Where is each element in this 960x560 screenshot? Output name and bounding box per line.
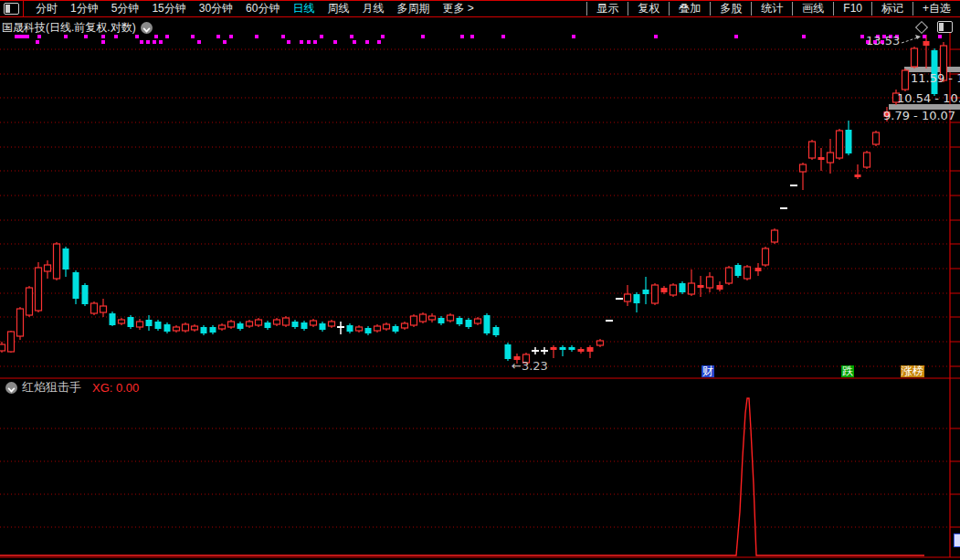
candle-down xyxy=(365,328,372,333)
candle-up xyxy=(698,285,704,288)
signal-dot xyxy=(37,35,41,38)
signal-dot xyxy=(64,35,68,38)
signal-dot xyxy=(470,35,474,38)
candle-up xyxy=(411,316,417,325)
candle-up xyxy=(670,285,677,295)
candle-up xyxy=(384,324,390,329)
signal-dot xyxy=(140,40,143,44)
signal-dot xyxy=(135,35,139,38)
signal-dot xyxy=(165,35,169,38)
high-price-label: 13.53 xyxy=(866,34,900,48)
signal-dot xyxy=(18,35,22,38)
candle-doji xyxy=(541,350,548,352)
signal-dot xyxy=(938,35,942,38)
candle-down xyxy=(164,324,171,332)
signal-dot xyxy=(191,35,195,38)
candle-down xyxy=(735,265,742,276)
trading-app-window: 分时1分钟5分钟15分钟30分钟60分钟日线周线月线多周期更多 > 显示复权叠加… xyxy=(0,0,960,560)
candle-up xyxy=(800,164,807,172)
candle-up xyxy=(137,322,143,327)
fall-badge[interactable]: 跌 xyxy=(841,365,854,377)
signal-dot xyxy=(377,40,381,44)
candle-down xyxy=(210,327,216,333)
signal-dot xyxy=(229,35,233,38)
candle-up xyxy=(755,268,762,271)
candle-up xyxy=(219,325,226,329)
signal-dot xyxy=(654,35,658,38)
candle-up xyxy=(91,303,98,313)
candle-up xyxy=(448,315,454,321)
candle-up xyxy=(707,277,713,288)
kline-chart-canvas[interactable] xyxy=(0,0,960,560)
candle-up xyxy=(923,41,930,46)
signal-dot xyxy=(15,35,18,38)
candle-up xyxy=(828,153,834,163)
candle-up xyxy=(855,174,861,177)
candle-up xyxy=(873,132,880,144)
signal-dot xyxy=(333,40,337,44)
candle-down xyxy=(347,325,353,332)
candle-down xyxy=(680,283,686,292)
candle-up xyxy=(119,320,125,323)
signal-dot xyxy=(350,35,353,38)
candle-down xyxy=(146,320,153,326)
candle-down xyxy=(73,272,79,299)
candle-up xyxy=(26,288,33,315)
candle-down xyxy=(643,290,649,294)
candle-up xyxy=(578,349,585,352)
candle-doji xyxy=(337,326,344,328)
candle-down xyxy=(493,327,500,335)
candle-up xyxy=(100,306,107,312)
high-arrow xyxy=(902,37,918,43)
candle-up xyxy=(402,323,408,328)
candle-down xyxy=(201,327,207,333)
gap-range-label: 9.79 - 10.07 xyxy=(883,109,955,122)
signal-dot xyxy=(154,35,158,38)
candle-up xyxy=(183,324,189,331)
candle-doji xyxy=(780,207,787,209)
indicator-spike xyxy=(0,398,924,555)
signal-dot xyxy=(313,40,317,44)
signal-dot xyxy=(572,35,575,38)
candle-up xyxy=(809,142,816,158)
candle-down xyxy=(237,323,244,329)
signal-dot xyxy=(923,35,926,38)
signal-dot xyxy=(146,40,150,44)
candle-up xyxy=(717,285,723,290)
signal-dot xyxy=(84,35,88,38)
signal-dot xyxy=(223,40,227,44)
candle-up xyxy=(228,322,235,327)
candle-up xyxy=(0,344,5,351)
finance-badge[interactable]: 财 xyxy=(702,365,714,377)
candle-down xyxy=(155,322,162,329)
candle-down xyxy=(393,326,399,332)
high-arrow-head xyxy=(915,35,921,39)
signal-dot xyxy=(381,35,385,38)
indicator-name[interactable]: 红焰狙击手 xyxy=(22,379,81,396)
candle-up xyxy=(818,157,825,160)
candle-up xyxy=(652,285,659,303)
signal-dot xyxy=(300,40,303,44)
candle-doji xyxy=(532,350,539,352)
candle-up xyxy=(174,327,180,331)
gap-range-label: 11.59 - 11.8 xyxy=(911,71,960,85)
candle-down xyxy=(457,318,463,324)
signal-dot xyxy=(26,35,29,38)
signal-dot xyxy=(101,40,105,44)
indicator-header: 红焰狙击手 XG: 0.00 xyxy=(1,379,139,396)
signal-dot xyxy=(159,40,163,44)
signal-dot xyxy=(320,35,323,38)
candle-up xyxy=(247,322,253,326)
candle-down xyxy=(560,347,566,350)
signal-dot xyxy=(287,40,290,44)
candle-down xyxy=(569,347,575,350)
rise-rank-badge[interactable]: 涨榜 xyxy=(901,365,924,377)
candle-doji xyxy=(790,185,797,186)
candle-up xyxy=(902,70,909,90)
signal-dot xyxy=(365,40,369,44)
candle-down xyxy=(505,344,512,359)
candle-down xyxy=(82,285,89,304)
chevron-down-icon[interactable] xyxy=(5,382,17,394)
signal-dot xyxy=(501,35,505,38)
gap-range-label: 10.54 - 10.8 xyxy=(897,91,960,105)
